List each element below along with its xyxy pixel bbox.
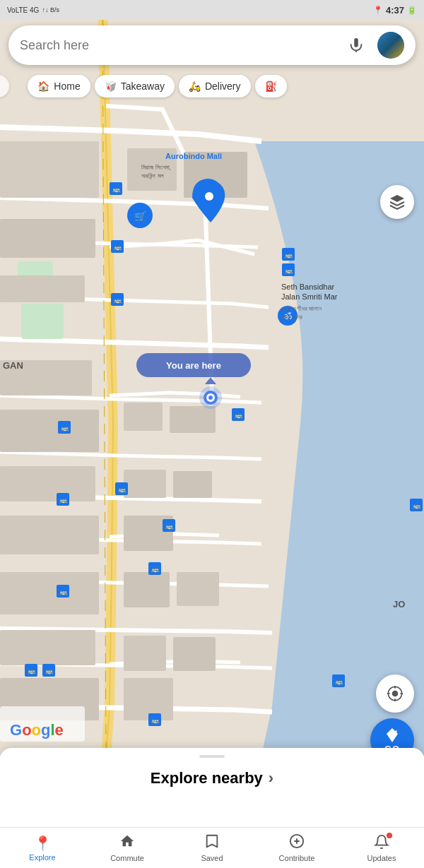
- navigation-arrow-icon: [384, 727, 401, 744]
- svg-text:মিরাজ সিনেমা,: মিরাজ সিনেমা,: [141, 164, 171, 171]
- user-avatar[interactable]: [377, 32, 404, 59]
- battery-icon: 🔋: [407, 6, 417, 15]
- svg-text:🚌: 🚌: [165, 522, 174, 530]
- svg-text:Jalan Smriti Mar: Jalan Smriti Mar: [281, 292, 338, 301]
- chip-gas[interactable]: ⛽: [255, 75, 287, 97]
- svg-text:অরবিন্দ মল: অরবিন্দ মল: [141, 172, 164, 179]
- sheet-handle: [199, 755, 225, 758]
- svg-text:🚌: 🚌: [45, 667, 54, 675]
- svg-text:🚌: 🚌: [118, 485, 126, 494]
- avatar-image: [377, 32, 404, 59]
- google-o1: o: [22, 721, 31, 739]
- svg-text:🚌: 🚌: [285, 266, 293, 275]
- updates-badge-container: [374, 834, 389, 852]
- status-right: 📍 4:37 🔋: [373, 5, 417, 16]
- nav-contribute[interactable]: Contribute: [254, 833, 339, 862]
- svg-rect-20: [0, 630, 95, 665]
- svg-rect-1: [21, 304, 64, 339]
- delivery-icon: 🛵: [189, 81, 201, 92]
- time-display: 4:37: [386, 5, 404, 16]
- bottom-navigation: 📍 Explore Commute Saved Contribute: [0, 827, 424, 868]
- notification-badge: [387, 833, 392, 838]
- svg-rect-3: [0, 141, 99, 198]
- microphone-button[interactable]: [343, 32, 369, 58]
- home-icon: 🏠: [37, 81, 49, 92]
- nav-commute[interactable]: Commute: [85, 833, 170, 862]
- svg-text:JO: JO: [393, 599, 405, 610]
- svg-text:শেঠ বংশীধর জালান: শেঠ বংশীধর জালান: [281, 305, 322, 312]
- svg-rect-19: [177, 572, 219, 606]
- location-crosshair-icon: [386, 684, 404, 703]
- svg-text:Seth Bansidhar: Seth Bansidhar: [281, 283, 335, 291]
- status-bar: VoLTE 4G ↑↓ B/s 📍 4:37 🔋: [0, 0, 424, 20]
- explore-label: Explore: [29, 853, 55, 862]
- location-icon-status: 📍: [373, 6, 383, 15]
- svg-rect-12: [170, 406, 216, 433]
- svg-rect-5: [0, 275, 85, 302]
- svg-rect-17: [0, 572, 99, 614]
- chip-delivery[interactable]: 🛵 Delivery: [179, 75, 251, 97]
- svg-text:🚌: 🚌: [151, 565, 160, 573]
- svg-text:🚌: 🚌: [59, 588, 68, 596]
- chip-home-label: Home: [54, 81, 80, 92]
- svg-rect-13: [124, 470, 166, 498]
- svg-text:🚌: 🚌: [114, 243, 122, 251]
- svg-text:স্মৃতি মন্দির: স্মৃতি মন্দির: [281, 314, 302, 321]
- chip-home[interactable]: 🏠 Home: [28, 75, 90, 97]
- status-left: VoLTE 4G ↑↓ B/s: [7, 6, 59, 14]
- map-container[interactable]: You are here ॐ 🛒 🚌 🚌 🚌 🚌 🚌 🚌 🚌 🚌 🚌: [0, 0, 424, 756]
- explore-icon: 📍: [34, 835, 52, 852]
- commute-label: Commute: [110, 854, 144, 862]
- commute-icon: [119, 833, 135, 852]
- svg-text:🛒: 🛒: [134, 210, 147, 222]
- network-indicator: VoLTE 4G: [7, 6, 39, 14]
- search-input[interactable]: [20, 38, 343, 53]
- layers-icon: [389, 194, 406, 210]
- gas-icon: ⛽: [265, 81, 277, 92]
- svg-text:🚌: 🚌: [59, 496, 68, 504]
- takeaway-icon: 🥡: [105, 81, 117, 92]
- svg-rect-23: [173, 637, 216, 671]
- svg-point-28: [208, 396, 213, 400]
- svg-text:🚌: 🚌: [114, 296, 122, 304]
- chip-takeaway[interactable]: 🥡 Takeaway: [95, 75, 175, 97]
- google-g: G: [10, 721, 22, 739]
- chevron-right-icon: ›: [269, 769, 273, 787]
- svg-rect-9: [0, 410, 99, 452]
- explore-nearby-button[interactable]: Explore nearby ›: [151, 769, 273, 787]
- my-location-button[interactable]: [376, 674, 414, 713]
- svg-text:You are here: You are here: [166, 360, 221, 371]
- google-o2: o: [32, 721, 41, 739]
- explore-nearby-title: Explore nearby: [151, 769, 263, 787]
- svg-text:🚌: 🚌: [28, 667, 36, 675]
- google-g2: g: [41, 721, 50, 739]
- layer-toggle-button[interactable]: [380, 185, 414, 219]
- contribute-icon: [289, 833, 305, 852]
- svg-rect-11: [124, 403, 163, 431]
- svg-text:🚌: 🚌: [151, 716, 160, 725]
- nav-saved[interactable]: Saved: [170, 833, 254, 862]
- svg-text:🚌: 🚌: [413, 501, 421, 510]
- contribute-label: Contribute: [279, 854, 315, 862]
- svg-rect-14: [173, 471, 212, 498]
- category-bar: S 🏠 Home 🥡 Takeaway 🛵 Delivery ⛽: [0, 71, 424, 102]
- svg-text:🚌: 🚌: [285, 251, 293, 259]
- svg-rect-18: [124, 572, 170, 607]
- bottom-sheet: Explore nearby ›: [0, 748, 424, 827]
- nav-explore[interactable]: 📍 Explore: [0, 835, 85, 862]
- nav-updates[interactable]: Updates: [339, 834, 424, 862]
- svg-rect-24: [124, 678, 173, 720]
- updates-label: Updates: [367, 854, 396, 862]
- chip-takeaway-label: Takeaway: [121, 81, 165, 92]
- google-e: e: [55, 721, 64, 739]
- svg-point-36: [205, 192, 213, 201]
- svg-rect-22: [124, 636, 166, 671]
- svg-rect-4: [0, 219, 95, 258]
- chip-partial[interactable]: S: [0, 75, 9, 97]
- svg-text:GAN: GAN: [3, 360, 23, 371]
- svg-text:🚌: 🚌: [235, 411, 243, 420]
- svg-text:Aurobindo Mall: Aurobindo Mall: [165, 152, 222, 160]
- search-bar[interactable]: [8, 25, 416, 65]
- svg-rect-15: [0, 516, 99, 554]
- google-logo: G o o g l e: [10, 721, 64, 739]
